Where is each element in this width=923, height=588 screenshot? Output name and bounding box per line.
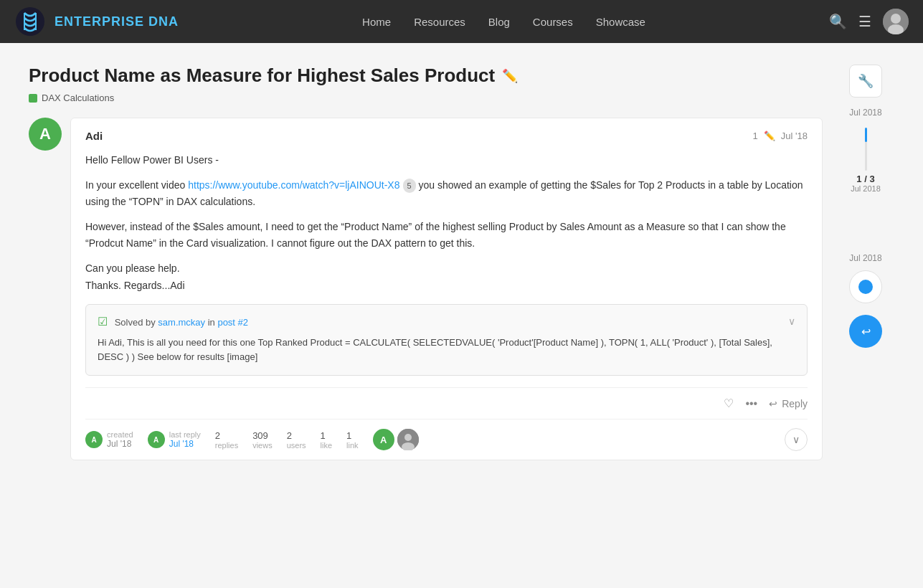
reply-icon: ↩ <box>769 398 777 409</box>
like-value: 1 <box>321 430 326 441</box>
footer-avatars: A <box>373 429 419 450</box>
post-link[interactable]: https://www.youtube.com/watch?v=ljAINOUt… <box>188 179 399 191</box>
last-reply-date: Jul '18 <box>169 439 201 449</box>
page-title: Product Name as Measure for Highest Sale… <box>29 65 823 87</box>
solved-prefix: Solved by <box>115 317 158 328</box>
more-button[interactable]: ••• <box>745 397 757 410</box>
solved-body-text: Hi Adi, This is all you need for this on… <box>98 336 795 366</box>
post-header: Adi 1 ✏️ Jul '18 <box>85 130 808 142</box>
expand-button[interactable]: ∨ <box>785 428 808 451</box>
last-reply-info: last reply Jul '18 <box>169 430 201 449</box>
like-button[interactable]: ♡ <box>724 397 734 410</box>
created-date: Jul '18 <box>107 439 133 449</box>
users-value: 2 <box>287 430 292 441</box>
post-date: Jul '18 <box>781 131 808 141</box>
users-label: users <box>287 441 306 450</box>
sidebar-reply-button[interactable]: ↩ <box>849 315 882 348</box>
post-para-2: In your excellent video https://www.yout… <box>85 177 808 210</box>
post-para-3: However, instead of the $Sales amount, I… <box>85 219 808 252</box>
created-label: created <box>107 430 133 439</box>
stats-section: 2 replies 309 views 2 users <box>215 430 359 450</box>
last-reply-label: last reply <box>169 430 201 439</box>
solved-header: ☑ Solved by sam.mckay in post #2 ∨ <box>98 315 795 328</box>
post-author-avatar: A <box>29 118 62 151</box>
post-author-name[interactable]: Adi <box>85 130 103 142</box>
page-title-text: Product Name as Measure for Highest Sale… <box>29 65 495 87</box>
post-meta: 1 ✏️ Jul '18 <box>753 131 808 141</box>
stat-link: 1 link <box>346 430 359 450</box>
sidebar: 🔧 Jul 2018 1 / 3 Jul 2018 Jul 2018 ↩ <box>837 65 894 460</box>
sidebar-progress: 1 / 3 Jul 2018 <box>837 125 894 193</box>
stat-like: 1 like <box>321 430 333 450</box>
content-area: Product Name as Measure for Highest Sale… <box>29 65 823 460</box>
link-label: link <box>346 441 359 450</box>
main-header: ENTERPRISE DNA Home Resources Blog Cours… <box>0 0 923 43</box>
nav-home[interactable]: Home <box>362 16 391 28</box>
main-container: Product Name as Measure for Highest Sale… <box>0 43 923 489</box>
avatar-a-footer: A <box>373 429 394 450</box>
progress-sub: Jul 2018 <box>851 184 881 193</box>
svg-point-7 <box>404 434 412 441</box>
logo-text: ENTERPRISE DNA <box>55 14 179 29</box>
edit-title-icon[interactable]: ✏️ <box>502 68 518 84</box>
avatar-gray-footer <box>397 429 419 450</box>
footer-avatar-a: A <box>85 431 103 448</box>
stat-views: 309 views <box>252 430 273 450</box>
last-reply-section: A last reply Jul '18 <box>148 430 201 449</box>
solved-box: ☑ Solved by sam.mckay in post #2 ∨ Hi Ad… <box>85 304 808 376</box>
post-edit-icon: ✏️ <box>764 131 775 141</box>
post-greeting: Hello Fellow Power BI Users - <box>85 152 808 169</box>
replies-value: 2 <box>215 430 220 441</box>
replies-label: replies <box>215 441 238 450</box>
sidebar-indicator[interactable] <box>849 270 882 303</box>
post-edit-number: 1 <box>753 131 758 141</box>
link-badge: 5 <box>403 179 416 193</box>
solved-label: ☑ Solved by sam.mckay in post #2 <box>98 315 248 328</box>
checkmark-icon: ☑ <box>98 316 108 328</box>
post-help: Can you please help. <box>85 262 180 274</box>
post-body: Hello Fellow Power BI Users - In your ex… <box>85 152 808 294</box>
sidebar-date-bottom: Jul 2018 <box>849 253 881 263</box>
post-para-4: Can you please help. Thanks. Regards...A… <box>85 260 808 293</box>
like-label: like <box>321 441 333 450</box>
stat-replies: 2 replies <box>215 430 238 450</box>
views-value: 309 <box>252 430 268 441</box>
views-label: views <box>252 441 273 450</box>
logo-icon <box>14 6 46 37</box>
indicator-dot <box>858 280 873 294</box>
reply-button[interactable]: ↩ Reply <box>769 398 808 409</box>
progress-label: 1 / 3 <box>856 174 874 184</box>
nav-showcase[interactable]: Showcase <box>596 16 645 28</box>
footer-left: A created Jul '18 A last reply Jul '18 <box>85 429 419 450</box>
nav-resources[interactable]: Resources <box>414 16 465 28</box>
post-card: Adi 1 ✏️ Jul '18 Hello Fellow Power BI U… <box>70 118 823 460</box>
solved-in: in <box>205 317 217 328</box>
created-info: created Jul '18 <box>107 430 133 449</box>
post-body2-pre: In your excellent video <box>85 179 188 191</box>
user-avatar[interactable] <box>883 9 909 34</box>
solved-post-link[interactable]: post #2 <box>217 317 248 328</box>
link-value: 1 <box>346 430 351 441</box>
footer-avatar-a2: A <box>148 431 165 448</box>
stat-users: 2 users <box>287 430 306 450</box>
solved-by-link[interactable]: sam.mckay <box>158 317 205 328</box>
category-label: DAX Calculations <box>42 93 114 103</box>
logo-area: ENTERPRISE DNA <box>14 6 179 37</box>
created-section: A created Jul '18 <box>85 430 133 449</box>
post-footer: A created Jul '18 A last reply Jul '18 <box>85 419 808 460</box>
category-dot <box>29 94 37 103</box>
collapse-icon[interactable]: ∨ <box>788 316 795 327</box>
search-icon[interactable]: 🔍 <box>829 13 847 30</box>
reply-label: Reply <box>782 398 808 409</box>
nav-blog[interactable]: Blog <box>488 16 510 28</box>
progress-bar <box>865 128 867 171</box>
nav-courses[interactable]: Courses <box>533 16 573 28</box>
post-wrapper: A Adi 1 ✏️ Jul '18 Hello Fellow Power BI… <box>29 118 823 460</box>
category-badge[interactable]: DAX Calculations <box>29 93 114 103</box>
post-thanks: Thanks. Regards...Adi <box>85 280 185 291</box>
sidebar-tool-button[interactable]: 🔧 <box>849 65 882 98</box>
header-right: 🔍 ☰ <box>829 9 909 34</box>
main-nav: Home Resources Blog Courses Showcase <box>362 16 645 28</box>
menu-icon[interactable]: ☰ <box>858 13 871 30</box>
svg-point-4 <box>891 14 901 24</box>
